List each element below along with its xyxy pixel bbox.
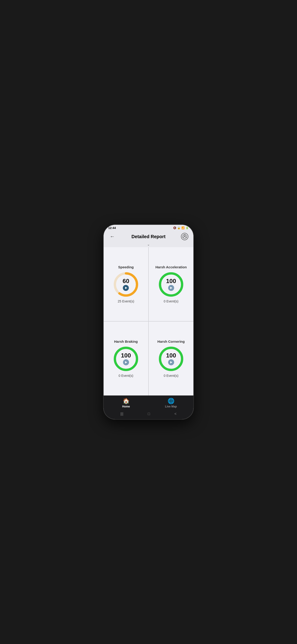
lock-icon: 🔒 [177, 226, 180, 230]
metric-events-speeding: 25 Event(s) [118, 300, 134, 303]
gauge-center-harsh-braking: 100 [121, 352, 131, 365]
svg-point-0 [184, 235, 186, 236]
status-time: 12:44 [108, 226, 116, 230]
recent-apps-button[interactable]: ||| [120, 412, 123, 416]
signal-icon: 📶 [182, 226, 185, 230]
metric-cell-harsh-braking: Harsh Braking 100 0 Event(s) [104, 321, 148, 396]
metric-events-harsh-cornering: 0 Event(s) [164, 374, 178, 378]
phone-inner: 12:44 🔇 🔒 📶 🔋 ← Detailed Report [104, 225, 194, 419]
metric-title-speeding: Speeding [118, 265, 134, 269]
play-button-speeding[interactable] [123, 285, 129, 291]
status-bar: 12:44 🔇 🔒 📶 🔋 [104, 225, 194, 230]
gauge-harsh-acceleration: 100 [158, 272, 184, 297]
metric-cell-speeding: Speeding 60 25 Event(s) [104, 247, 148, 321]
home-icon: 🏠 [123, 398, 130, 404]
chevron-icon: ⌄ [147, 242, 150, 246]
mute-icon: 🔇 [173, 226, 176, 230]
back-sys-button[interactable]: < [174, 412, 176, 416]
gauge-score-harsh-braking: 100 [121, 352, 131, 358]
bottom-nav: 🏠 Home 🌐 Live Map [104, 396, 194, 410]
gauge-score-harsh-acceleration: 100 [166, 278, 176, 284]
battery-icon: 🔋 [186, 226, 189, 230]
status-icons: 🔇 🔒 📶 🔋 [173, 226, 189, 230]
metric-title-harsh-cornering: Harsh Cornering [158, 340, 185, 344]
play-button-harsh-cornering[interactable] [168, 359, 174, 365]
main-content: Speeding 60 25 Event(s) Harsh Accelerati… [104, 247, 194, 396]
page-title: Detailed Report [132, 234, 166, 239]
back-button[interactable]: ← [108, 232, 116, 241]
gauge-score-speeding: 60 [123, 278, 130, 284]
live-map-label: Live Map [165, 405, 177, 408]
gauge-score-harsh-cornering: 100 [166, 352, 176, 358]
chevron-down: ⌄ [104, 242, 194, 247]
metric-cell-harsh-cornering: Harsh Cornering 100 0 Event(s) [148, 321, 194, 396]
back-icon: ← [110, 234, 115, 240]
metric-title-harsh-acceleration: Harsh Acceleration [156, 265, 187, 269]
play-button-harsh-acceleration[interactable] [168, 285, 174, 291]
metric-events-harsh-acceleration: 0 Event(s) [164, 300, 178, 303]
metric-events-harsh-braking: 0 Event(s) [118, 374, 133, 378]
metric-title-harsh-braking: Harsh Braking [114, 340, 138, 344]
home-label: Home [122, 405, 130, 408]
play-button-harsh-braking[interactable] [123, 359, 129, 365]
gauge-center-speeding: 60 [123, 278, 130, 291]
phone-frame: 12:44 🔇 🔒 📶 🔋 ← Detailed Report [104, 225, 194, 419]
nav-item-home[interactable]: 🏠 Home [104, 398, 148, 408]
metric-cell-harsh-acceleration: Harsh Acceleration 100 0 Event(s) [148, 247, 194, 321]
play-triangle-harsh-acceleration [170, 287, 172, 289]
profile-icon [181, 233, 188, 240]
gauge-harsh-cornering: 100 [158, 346, 184, 372]
profile-button[interactable] [180, 232, 189, 241]
system-nav: ||| □ < [104, 410, 194, 419]
metrics-grid: Speeding 60 25 Event(s) Harsh Accelerati… [104, 247, 194, 396]
header: ← Detailed Report [104, 230, 194, 242]
gauge-harsh-braking: 100 [113, 346, 138, 372]
gauge-center-harsh-acceleration: 100 [166, 278, 176, 291]
play-triangle-speeding [125, 287, 127, 289]
play-triangle-harsh-cornering [170, 361, 172, 364]
home-button[interactable]: □ [148, 412, 150, 416]
nav-item-live-map[interactable]: 🌐 Live Map [148, 398, 194, 408]
gauge-center-harsh-cornering: 100 [166, 352, 176, 365]
play-triangle-harsh-braking [125, 361, 127, 364]
map-icon: 🌐 [168, 398, 174, 404]
gauge-speeding: 60 [113, 272, 138, 297]
